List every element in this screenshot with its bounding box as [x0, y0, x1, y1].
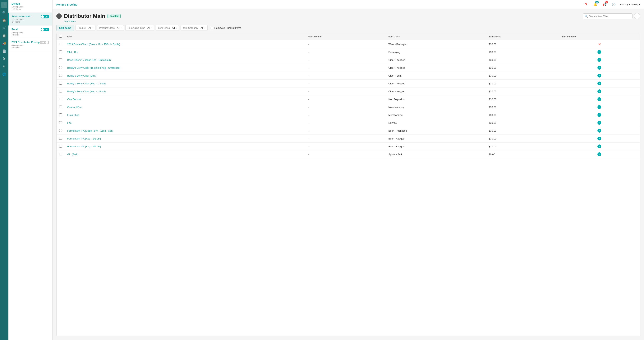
item-link[interactable]: 2019 Estate Chard (Case - 12x - 750ml - … — [67, 43, 120, 46]
table-row: Fermentum IPA (Keg - 1/2 bbl) - Beer - K… — [56, 135, 640, 143]
row-checkbox-cell[interactable] — [56, 95, 64, 103]
item-category-filter-label: Item Category — [183, 27, 198, 29]
more-options-button[interactable]: ··· — [634, 13, 640, 19]
row-checkbox-cell[interactable] — [56, 111, 64, 119]
item-link[interactable]: Base Cider (15 gallon Keg - Untracked) — [67, 59, 111, 61]
row-checkbox[interactable] — [59, 43, 62, 45]
item-link[interactable]: Bently's Berry Cider (Keg - 1/2 bbl) — [67, 82, 106, 85]
sidebar-item-retail[interactable]: Retail ON 2 companies 78 items — [8, 26, 52, 38]
toggle-off[interactable]: OFF — [40, 41, 49, 44]
row-checkbox-cell[interactable] — [56, 103, 64, 111]
item-link[interactable]: Fermentum IPA (Keg - 1/2 bbl) — [67, 137, 101, 140]
history-icon[interactable]: 🕐 — [611, 2, 617, 8]
item-link[interactable]: Bently's Berry Cider (Bulk) — [67, 74, 96, 77]
sidebar-item-2024-distributor-pricing[interactable]: 2024 Distributor Pricing OFF 0 companies… — [8, 38, 52, 51]
item-link[interactable]: Bently's Berry Cider (15 gallon Keg - Un… — [67, 66, 120, 69]
building-icon[interactable]: 🏛 — [1, 56, 7, 62]
row-checkbox[interactable] — [59, 153, 62, 155]
row-item-enabled: ✓ — [559, 95, 640, 103]
item-link[interactable]: Bently's Berry Cider (Keg - 1/6 bbl) — [67, 90, 106, 93]
removed-pricelist-input[interactable] — [211, 27, 213, 29]
item-link[interactable]: Fee — [67, 121, 72, 124]
main-content: Remmy Brewing ❓ 🔔 9+ 📢 1 🕐 Remmy Brewing… — [52, 0, 644, 340]
row-checkbox-cell[interactable] — [56, 56, 64, 64]
edit-items-button[interactable]: Edit Items — [56, 25, 74, 31]
row-item-name: 2019 Estate Chard (Case - 12x - 750ml - … — [64, 40, 306, 48]
select-all-header[interactable] — [56, 33, 64, 40]
row-checkbox-cell[interactable] — [56, 127, 64, 135]
item-link[interactable]: Gin (Bulk) — [67, 153, 78, 156]
item-link[interactable]: Contract Fee — [67, 106, 82, 109]
cart-icon[interactable]: 🛒 — [1, 25, 7, 31]
row-checkbox[interactable] — [59, 82, 62, 85]
item-enabled-icon: ✓ — [598, 105, 601, 109]
row-item-enabled: ✓ — [559, 150, 640, 158]
row-checkbox[interactable] — [59, 121, 62, 124]
item-sort-icon[interactable]: ↑ — [74, 36, 74, 38]
packaging-type-filter[interactable]: Packaging Type All ▾ — [125, 25, 154, 31]
row-checkbox-cell[interactable] — [56, 88, 64, 95]
item-enabled-icon: ✓ — [598, 144, 601, 148]
home-icon[interactable]: 🏠 — [1, 17, 7, 24]
row-checkbox[interactable] — [59, 145, 62, 148]
row-checkbox[interactable] — [59, 137, 62, 140]
row-checkbox[interactable] — [59, 106, 62, 108]
help-icon[interactable]: ❓ — [583, 2, 589, 8]
row-checkbox[interactable] — [59, 98, 62, 100]
row-checkbox-cell[interactable] — [56, 48, 64, 56]
row-item-class: Merchandise — [386, 111, 486, 119]
row-checkbox[interactable] — [59, 129, 62, 132]
table-row: Can Deposit - Item Deposits $30.00 ✓ — [56, 95, 640, 103]
toggle-on[interactable]: ON — [41, 28, 49, 31]
row-checkbox-cell[interactable] — [56, 119, 64, 127]
row-item-class: Spirits - Bulk — [386, 150, 486, 158]
user-chevron-icon: ▾ — [639, 3, 640, 6]
select-all-checkbox[interactable] — [59, 35, 62, 38]
row-checkbox[interactable] — [59, 58, 62, 61]
sidebar-item-companies: 7 companies — [12, 19, 49, 21]
menu-icon[interactable]: ☰ — [1, 2, 7, 8]
item-class-filter[interactable]: Item Class All ▾ — [156, 25, 179, 31]
row-item-name: Fermentum IPA (Case - 6×4 - 16oz - Can) — [64, 127, 306, 135]
row-item-number: - — [306, 56, 386, 64]
document-icon[interactable]: 📄 — [1, 48, 7, 54]
row-checkbox[interactable] — [59, 66, 62, 69]
row-checkbox-cell[interactable] — [56, 150, 64, 158]
megaphone-icon[interactable]: 📢 1 — [602, 2, 608, 8]
learn-more-link[interactable]: Learn More — [64, 20, 640, 23]
row-checkbox-cell[interactable] — [56, 80, 64, 88]
product-filter[interactable]: Product All ▾ — [76, 25, 96, 31]
search-icon[interactable]: 🔍 — [1, 10, 7, 16]
item-category-filter[interactable]: Item Category All ▾ — [180, 25, 208, 31]
row-checkbox-cell[interactable] — [56, 135, 64, 143]
back-button[interactable]: ‹ — [56, 14, 62, 19]
notifications-icon[interactable]: 🔔 9+ — [592, 2, 598, 8]
row-checkbox[interactable] — [59, 90, 62, 93]
toggle-on[interactable]: ON — [41, 15, 49, 19]
item-link[interactable]: 24ct - Box — [67, 51, 78, 54]
row-item-enabled: ✓ — [559, 80, 640, 88]
row-item-name: Contract Fee — [64, 103, 306, 111]
sidebar-item-distributor-main[interactable]: Distributor Main ON 7 companies 84 items — [8, 13, 52, 26]
item-link[interactable]: Fermentum IPA (Keg - 1/6 bbl) — [67, 145, 101, 148]
item-link[interactable]: Ekos Shirt — [67, 114, 78, 117]
search-input[interactable] — [589, 15, 630, 18]
row-checkbox-cell[interactable] — [56, 64, 64, 72]
list-icon[interactable]: 📋 — [1, 33, 7, 39]
truck-icon[interactable]: 🚚 — [1, 40, 7, 47]
sidebar-item-default[interactable]: Default 1 companies 110 items — [8, 0, 52, 13]
user-menu[interactable]: Remmy Brewing ▾ — [620, 3, 640, 6]
alert-badge: 1 — [605, 1, 608, 4]
row-checkbox-cell[interactable] — [56, 40, 64, 48]
row-checkbox-cell[interactable] — [56, 72, 64, 80]
removed-pricelist-checkbox[interactable]: Removed Pricelist Items — [211, 27, 241, 29]
globe-icon[interactable]: 🌐 — [1, 71, 7, 77]
item-link[interactable]: Fermentum IPA (Case - 6×4 - 16oz - Can) — [67, 129, 114, 132]
row-checkbox-cell[interactable] — [56, 143, 64, 150]
row-checkbox[interactable] — [59, 74, 62, 77]
product-class-filter[interactable]: Product Class All ▾ — [97, 25, 124, 31]
row-checkbox[interactable] — [59, 113, 62, 116]
item-link[interactable]: Can Deposit — [67, 98, 81, 101]
settings-icon[interactable]: ⚙ — [1, 63, 7, 70]
row-checkbox[interactable] — [59, 51, 62, 53]
